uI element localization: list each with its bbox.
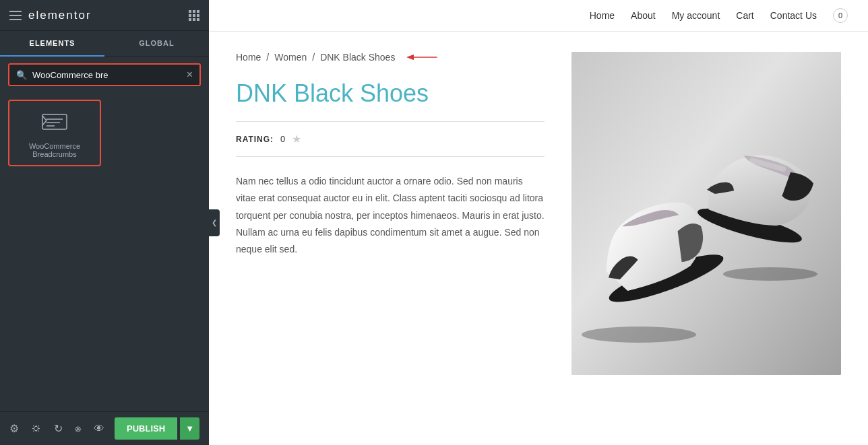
toolbar-icons: ⚙ ⛭ ↻ ⎈ 👁 (9, 422, 104, 435)
preview-icon[interactable]: 👁 (94, 423, 104, 435)
nav-home[interactable]: Home (590, 10, 615, 21)
search-clear-icon[interactable]: × (187, 69, 193, 81)
tab-global[interactable]: GLOBAL (104, 31, 209, 56)
toolbar-right: PUBLISH ▼ (115, 417, 199, 440)
cart-icon-wrapper[interactable]: 0 (833, 8, 848, 23)
search-wrapper: 🔍 × (0, 57, 209, 93)
cart-count-badge: 0 (833, 8, 848, 23)
breadcrumb-separator-2: / (312, 52, 315, 63)
left-panel: elementor ELEMENTS GLOBAL 🔍 × (0, 0, 209, 445)
product-description: Nam nec tellus a odio tincidunt auctor a… (236, 173, 545, 258)
collapse-panel-handle[interactable]: ❮ (209, 209, 220, 236)
rating-label: RATING: (236, 135, 274, 144)
svg-rect-0 (42, 114, 67, 129)
rating-value: 0 (280, 134, 285, 144)
elementor-logo: elementor (28, 9, 92, 22)
elements-grid: WooCommerce Breadcrumbs (0, 93, 209, 173)
preview-area: Home About My account Cart Contact Us 0 … (209, 0, 868, 445)
breadcrumb-annotation-arrow (404, 52, 438, 63)
site-nav: Home About My account Cart Contact Us 0 (209, 0, 868, 32)
breadcrumb-women[interactable]: Women (274, 52, 307, 63)
breadcrumb-separator-1: / (266, 52, 269, 63)
svg-point-12 (723, 267, 817, 281)
history-icon[interactable]: ↻ (54, 422, 63, 435)
search-box: 🔍 × (8, 63, 201, 86)
product-image-area (571, 52, 841, 425)
elementor-logo-text: elementor (28, 9, 92, 22)
breadcrumb-current: DNK Black Shoes (320, 52, 395, 63)
responsive-icon[interactable]: ⎈ (75, 423, 82, 435)
settings-icon[interactable]: ⚙ (9, 422, 19, 435)
publish-dropdown-button[interactable]: ▼ (180, 417, 199, 440)
panel-header-left: elementor (9, 9, 92, 22)
nav-contact-us[interactable]: Contact Us (770, 10, 817, 21)
nav-my-account[interactable]: My account (672, 10, 720, 21)
element-label-woocommerce-breadcrumbs: WooCommerce Breadcrumbs (15, 142, 94, 158)
product-title: DNK Black Shoes (236, 79, 545, 108)
hamburger-menu-icon[interactable] (9, 11, 22, 20)
breadcrumb: Home / Women / DNK Black Shoes (236, 52, 545, 63)
svg-point-11 (582, 327, 696, 343)
search-icon: 🔍 (16, 70, 27, 80)
tab-elements[interactable]: ELEMENTS (0, 31, 104, 57)
product-details: Home / Women / DNK Black Shoes (236, 52, 545, 425)
page-content: Home / Women / DNK Black Shoes (209, 32, 868, 445)
layers-icon[interactable]: ⛭ (31, 423, 42, 435)
bottom-toolbar: ⚙ ⛭ ↻ ⎈ 👁 PUBLISH ▼ (0, 411, 209, 445)
grid-view-icon[interactable] (189, 10, 199, 21)
breadcrumbs-widget-icon (41, 112, 68, 137)
nav-about[interactable]: About (631, 10, 656, 21)
publish-button[interactable]: PUBLISH (115, 417, 177, 440)
element-card-woocommerce-breadcrumbs[interactable]: WooCommerce Breadcrumbs (8, 100, 101, 166)
breadcrumb-home[interactable]: Home (236, 52, 261, 63)
product-image (571, 52, 841, 375)
star-icon: ★ (292, 133, 301, 145)
panel-header: elementor (0, 0, 209, 31)
rating-row: RATING: 0 ★ (236, 121, 545, 157)
search-input[interactable] (32, 70, 181, 80)
collapse-arrow-icon: ❮ (212, 219, 217, 226)
nav-cart[interactable]: Cart (736, 10, 753, 21)
panel-tabs: ELEMENTS GLOBAL (0, 31, 209, 57)
